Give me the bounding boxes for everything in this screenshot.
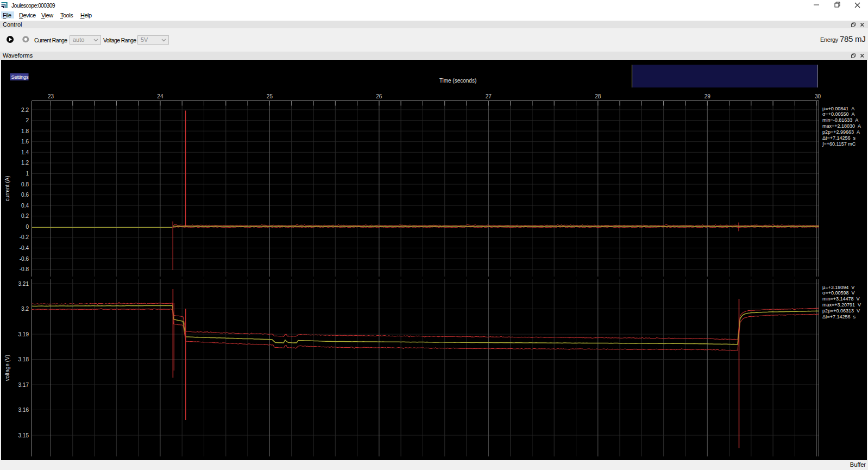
svg-text:0.8: 0.8 bbox=[21, 181, 29, 187]
svg-text:1.4: 1.4 bbox=[21, 149, 29, 155]
svg-text:-0.6: -0.6 bbox=[20, 256, 29, 262]
svg-text:min=+3.14478 V: min=+3.14478 V bbox=[822, 296, 860, 302]
svg-text:σ=+0.00550 A: σ=+0.00550 A bbox=[822, 111, 855, 117]
svg-text:0.6: 0.6 bbox=[21, 192, 29, 198]
svg-text:1.2: 1.2 bbox=[21, 160, 29, 166]
svg-text:26: 26 bbox=[376, 93, 382, 99]
svg-text:-0.2: -0.2 bbox=[20, 234, 29, 240]
svg-text:voltage (V): voltage (V) bbox=[4, 355, 10, 381]
svg-text:24: 24 bbox=[157, 93, 163, 99]
svg-text:3.17: 3.17 bbox=[18, 382, 29, 388]
svg-text:0.2: 0.2 bbox=[21, 213, 29, 219]
svg-text:3.18: 3.18 bbox=[18, 356, 29, 362]
svg-text:2: 2 bbox=[26, 117, 29, 123]
svg-text:Settings: Settings bbox=[11, 74, 29, 80]
svg-text:1: 1 bbox=[26, 171, 29, 177]
svg-text:3.15: 3.15 bbox=[18, 433, 29, 438]
svg-text:p2p=+2.99663 A: p2p=+2.99663 A bbox=[822, 129, 860, 135]
svg-text:3.21: 3.21 bbox=[18, 281, 29, 287]
svg-text:1.6: 1.6 bbox=[21, 139, 29, 145]
svg-text:max=+2.18030 A: max=+2.18030 A bbox=[822, 123, 861, 129]
svg-text:μ=+0.00841 A: μ=+0.00841 A bbox=[822, 106, 854, 111]
svg-text:-0.8: -0.8 bbox=[20, 266, 29, 272]
svg-text:29: 29 bbox=[705, 93, 711, 99]
svg-text:3.2: 3.2 bbox=[21, 306, 29, 312]
svg-text:3.19: 3.19 bbox=[18, 331, 29, 337]
svg-text:p2p=+0.06313 V: p2p=+0.06313 V bbox=[822, 308, 860, 314]
svg-text:30: 30 bbox=[815, 93, 821, 99]
svg-text:Δt=+7.14256 s: Δt=+7.14256 s bbox=[822, 135, 856, 141]
svg-text:current (A): current (A) bbox=[4, 176, 10, 201]
svg-text:27: 27 bbox=[486, 93, 492, 99]
svg-text:2.2: 2.2 bbox=[21, 107, 29, 113]
svg-text:23: 23 bbox=[48, 93, 54, 99]
svg-text:1.8: 1.8 bbox=[21, 128, 29, 134]
svg-text:Time (seconds): Time (seconds) bbox=[439, 78, 477, 84]
svg-text:max=+3.20791 V: max=+3.20791 V bbox=[822, 302, 861, 308]
svg-text:28: 28 bbox=[595, 93, 601, 99]
svg-text:0: 0 bbox=[26, 224, 29, 230]
svg-text:0.4: 0.4 bbox=[21, 203, 29, 209]
svg-text:μ=+3.19094 V: μ=+3.19094 V bbox=[822, 285, 854, 290]
svg-text:3.16: 3.16 bbox=[18, 407, 29, 413]
svg-text:Δt=+7.14256 s: Δt=+7.14256 s bbox=[822, 314, 856, 319]
svg-text:∫=+60.1157 mC: ∫=+60.1157 mC bbox=[822, 141, 856, 147]
svg-text:-0.4: -0.4 bbox=[20, 245, 29, 251]
svg-text:σ=+0.00598 V: σ=+0.00598 V bbox=[822, 290, 855, 296]
svg-text:min=-0.81633 A: min=-0.81633 A bbox=[822, 117, 858, 123]
svg-text:25: 25 bbox=[267, 93, 273, 99]
